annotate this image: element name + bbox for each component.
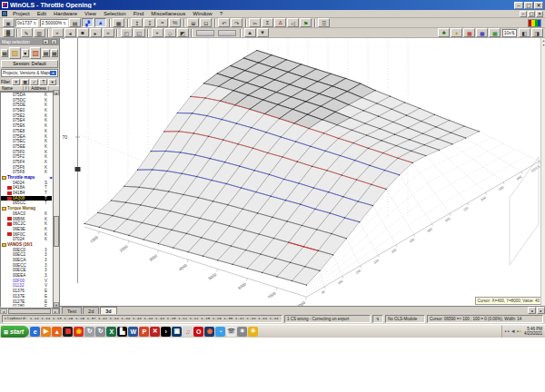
view-3d-button[interactable]: ▲ [94, 18, 106, 27]
tray-icon-security[interactable]: ▪ [504, 327, 506, 337]
close-button[interactable]: ✕ [534, 2, 543, 9]
signature-button[interactable]: ✦ [451, 28, 462, 37]
previous-map-button[interactable]: ◂ [64, 28, 76, 37]
taskbar-icon-quicktime[interactable]: ◔ [215, 327, 225, 337]
taskbar-icon-firefox[interactable]: ◉ [204, 327, 214, 337]
tab-3d[interactable]: 3d [100, 307, 116, 314]
taskbar-icon-word[interactable]: W [128, 327, 138, 337]
surface-mesh[interactable] [84, 51, 479, 286]
redo-button[interactable]: ↷ [231, 18, 243, 27]
tray-icon-display[interactable]: ▪ [508, 327, 510, 337]
panel-pin-button[interactable]: ▾ [43, 39, 49, 44]
spinner-icon[interactable]: ⇅ [33, 21, 35, 25]
scroll-left-icon[interactable]: ◂ [0, 309, 7, 314]
taskbar-icon-chrome[interactable]: ◉ [74, 327, 84, 337]
menu-window[interactable]: Window [189, 11, 215, 16]
column-name[interactable]: Name [0, 86, 24, 91]
spinner-icon[interactable]: ⇅ [511, 30, 515, 35]
scroll-up-icon[interactable]: ▲ [54, 90, 59, 95]
tray-icon-volume[interactable]: ◄ [510, 327, 516, 337]
menu-hardware[interactable]: Hardware [50, 11, 81, 16]
panel-close-button[interactable]: ✕ [51, 39, 57, 44]
value-decrease-button[interactable]: ↧ [144, 18, 155, 27]
map-list-button[interactable]: ☰ [318, 18, 330, 27]
session-button[interactable]: Session: Default [1, 60, 58, 68]
undo-button[interactable]: ↶ [218, 18, 230, 27]
panel-caption[interactable]: Map selection ▾ ✕ [0, 38, 59, 45]
minimize-button[interactable]: – [514, 2, 523, 9]
scroll-thumb[interactable] [54, 216, 59, 247]
map-properties-button[interactable]: ▤ [42, 49, 49, 57]
taskbar-icon-internet-explorer[interactable]: e [30, 327, 40, 337]
z-axis-handle[interactable] [75, 167, 81, 172]
project-button[interactable]: ▣ [3, 18, 15, 27]
map-vertical-scrollbar[interactable]: ▴▾ [540, 38, 545, 306]
mdi-minimize-button[interactable]: – [520, 11, 527, 17]
original-data-button[interactable]: ▦ [113, 18, 124, 27]
map-3d-view[interactable]: 1407010002000300040005000600070008000801… [60, 38, 545, 306]
view-text-button[interactable]: ▤ [69, 18, 81, 27]
taskbar-icon-weather[interactable]: ☀ [248, 327, 258, 337]
tab-scroll-left-icon[interactable]: ◂ [528, 307, 536, 314]
mdi-close-button[interactable]: ✕ [536, 11, 543, 17]
tray-icon-update[interactable]: ▪ [520, 327, 521, 337]
mdi-restore-button[interactable]: ▢ [528, 11, 535, 17]
bookmark-button[interactable]: ▥ [34, 28, 45, 37]
map-view-green-button[interactable]: ▦ [489, 28, 500, 37]
pane-split-left-button[interactable]: ◧ [519, 28, 530, 37]
stop-button[interactable]: ■ [77, 28, 89, 37]
filter-selected-button[interactable]: ✓ [30, 79, 38, 85]
difference-button[interactable]: Δ [274, 18, 286, 27]
list-column-headers[interactable]: Name / Address [0, 85, 59, 92]
tab-scroll-right-icon[interactable]: ▸ [537, 307, 545, 314]
rotate-view-button[interactable]: ◇ [164, 28, 176, 37]
scope-combobox[interactable]: Projects, Versions & Maps (D ▾ [1, 69, 58, 77]
first-map-button[interactable]: « [52, 28, 64, 37]
taskbar-icon-phone[interactable]: ☏ [226, 327, 236, 337]
previous-version-button[interactable]: ◁ [287, 18, 299, 27]
row-down-button[interactable]: ▼ [257, 28, 269, 37]
taskbar-icon-utility[interactable]: ▙ [117, 327, 127, 337]
view-2d-button[interactable]: ▞ [82, 18, 94, 27]
delete-map-button[interactable]: ▤ [51, 49, 58, 57]
scroll-down-icon[interactable]: ▼ [54, 302, 59, 308]
percent-change-button[interactable]: % [169, 18, 181, 27]
absolute-value-button[interactable]: = [156, 18, 168, 27]
column-address[interactable]: Address [29, 86, 49, 91]
filter-text-button[interactable]: T [39, 79, 47, 85]
taskbar-icon-powerpoint[interactable]: P [139, 327, 149, 337]
taskbar-icon-excel-viewer[interactable]: ✕ [150, 327, 160, 337]
taskbar-icon-command-prompt[interactable]: › [161, 327, 171, 337]
zoom-selection-button[interactable]: ◰ [121, 28, 133, 37]
copy-button[interactable]: ⊞ [187, 18, 199, 27]
taskbar-icon-vlc[interactable]: ▲ [52, 327, 62, 337]
filter-maps-button[interactable]: ▦ [21, 79, 29, 85]
taskbar-icon-sync-1[interactable]: ↻ [84, 327, 94, 337]
taskbar-icon-opera[interactable]: O [193, 327, 203, 337]
maximize-button[interactable]: ▢ [524, 2, 533, 9]
next-map-button[interactable]: ▸ [90, 28, 102, 37]
menu-item[interactable]: ? [216, 11, 226, 16]
menu-view[interactable]: View [81, 11, 100, 16]
chevron-down-icon[interactable]: ▾ [50, 71, 56, 75]
new-map-button[interactable]: ▤ [1, 49, 8, 57]
menu-miscellaneous[interactable]: Miscellaneous [147, 11, 189, 16]
menu-project[interactable]: Project [9, 11, 34, 16]
surface-3d-chart[interactable]: 1407010002000300040005000600070008000801… [61, 38, 545, 306]
spinner-icon[interactable]: ⇅ [63, 21, 65, 25]
menu-find[interactable]: Find [130, 11, 148, 16]
sidebar-horizontal-scrollbar[interactable]: ◂ ▸ [0, 308, 59, 314]
tab-2d[interactable]: 2d [83, 307, 99, 314]
pane-split-right-button[interactable]: ◨ [531, 28, 543, 37]
last-map-button[interactable]: » [103, 28, 114, 37]
map-view-blue-button[interactable]: ▦ [476, 28, 488, 37]
hexdump-button[interactable]: ▓ [3, 28, 15, 37]
freeze-axes-button[interactable]: ◩ [177, 28, 189, 37]
edit-mode-button[interactable]: ✎ [21, 28, 33, 37]
taskbar-icon-tools[interactable]: ✶ [237, 327, 247, 337]
paste-button[interactable]: ⊡ [200, 18, 212, 27]
taskbar-icon-remote-desktop[interactable]: ▣ [172, 327, 182, 337]
sum-button[interactable]: Σ [262, 18, 273, 27]
value-increase-button[interactable]: ↥ [131, 18, 143, 27]
grid-size-combo[interactable]: 10x⇅ [502, 29, 517, 37]
